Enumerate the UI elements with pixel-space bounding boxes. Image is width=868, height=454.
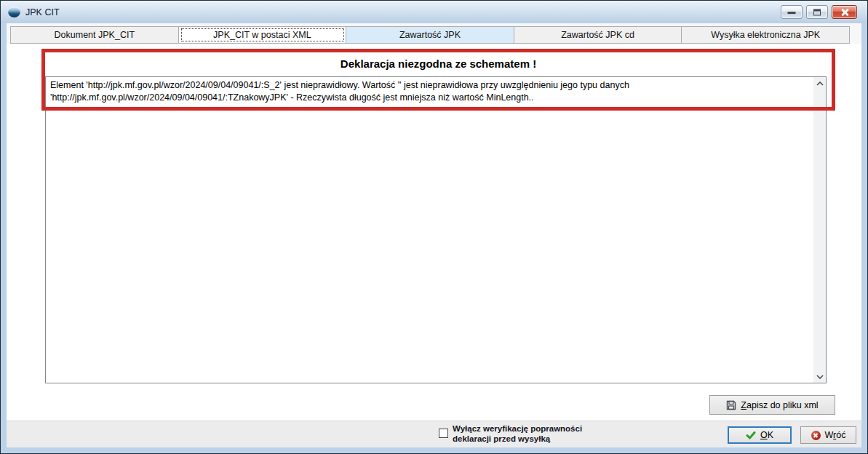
client-area: Dokument JPK_CIT JPK_CIT w postaci XML Z… [7, 23, 861, 447]
minimize-button[interactable] [781, 5, 803, 19]
minimize-icon [788, 12, 796, 14]
scroll-up-icon[interactable] [813, 77, 826, 89]
save-to-xml-button[interactable]: Zapisz do pliku xml [709, 395, 835, 415]
window-controls [781, 5, 861, 19]
validation-message-box[interactable]: Element 'http://jpk.mf.gov.pl/wzor/2024/… [45, 76, 827, 383]
bottom-panel: Wyłącz weryfikację poprawności deklaracj… [7, 421, 861, 447]
maximize-button[interactable] [806, 5, 828, 19]
green-check-icon [746, 431, 756, 439]
tab-wysylka-elektroniczna-jpk[interactable]: Wysyłka elektroniczna JPK [682, 26, 850, 44]
close-icon [840, 8, 849, 17]
floppy-disk-icon [726, 400, 736, 410]
tab-dokument-jpk-cit[interactable]: Dokument JPK_CIT [10, 26, 179, 44]
back-button[interactable]: Wróć [800, 426, 856, 444]
window-title: JPK CIT [25, 7, 60, 17]
validation-message: Element 'http://jpk.mf.gov.pl/wzor/2024/… [46, 77, 826, 104]
ok-button-label: OK [760, 430, 773, 440]
ok-button[interactable]: OK [728, 426, 792, 444]
save-button-label: Zapisz do pliku xml [741, 400, 818, 410]
scroll-down-icon[interactable] [813, 370, 826, 383]
app-icon [8, 7, 20, 17]
tab-zawartosc-jpk[interactable]: Zawartość JPK [346, 26, 514, 44]
skip-verification-label[interactable]: Wyłącz weryfikację poprawności deklaracj… [453, 423, 582, 444]
maximize-icon [813, 9, 821, 15]
vertical-scrollbar[interactable] [813, 77, 826, 383]
close-button[interactable] [832, 5, 857, 19]
validation-message-line1: Element 'http://jpk.mf.gov.pl/wzor/2024/… [50, 79, 808, 92]
back-button-label: Wróć [825, 430, 846, 440]
tab-jpk-cit-xml[interactable]: JPK_CIT w postaci XML [179, 26, 347, 44]
skip-verification-checkbox[interactable] [439, 429, 448, 438]
red-cancel-icon [811, 431, 821, 440]
tab-strip: Dokument JPK_CIT JPK_CIT w postaci XML Z… [7, 23, 861, 44]
xml-tab-page: Deklaracja niezgodna ze schematem ! Elem… [7, 44, 861, 447]
jpk-cit-window: JPK CIT Dokument JPK_CIT JPK_CIT w posta… [0, 0, 868, 454]
validation-message-line2: 'http://jpk.mf.gov.pl/wzor/2024/09/04/09… [50, 92, 808, 104]
title-bar: JPK CIT [1, 1, 867, 23]
validation-header: Deklaracja niezgodna ze schematem ! [41, 53, 835, 75]
tab-zawartosc-jpk-cd[interactable]: Zawartość JPK cd [514, 26, 682, 44]
